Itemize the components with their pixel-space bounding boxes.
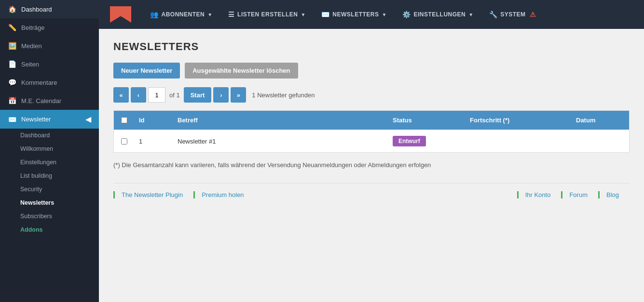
prev-page-button[interactable]: ‹ <box>131 87 146 103</box>
results-count: 1 Newsletter gefunden <box>252 92 315 99</box>
sidebar-item-label: Seiten <box>21 61 39 68</box>
sidebar-item-label: Kommentare <box>21 79 57 86</box>
row-id: 1 <box>134 132 173 151</box>
nav-listen-erstellen[interactable]: ☰ LISTEN ERSTELLEN ▼ <box>220 0 314 29</box>
medien-icon: 🖼️ <box>8 41 16 50</box>
sidebar-item-newsletter[interactable]: ✉️ Newsletter ◀ <box>0 110 99 129</box>
collapse-icon: ◀ <box>85 115 91 124</box>
bottom-right-links: Ihr Konto Forum Blog <box>517 191 630 198</box>
kommentare-icon: 💬 <box>8 78 16 87</box>
sidebar-item-dashboard[interactable]: 🏠 Dashboard <box>0 0 99 18</box>
top-navigation: 👥 ABONNENTEN ▼ ☰ LISTEN ERSTELLEN ▼ ✉️ N… <box>99 0 644 29</box>
sidebar-item-label: M.E. Calendar <box>21 97 61 105</box>
newsletter-icon: ✉️ <box>8 115 16 124</box>
sidebar-item-kommentare[interactable]: 💬 Kommentare <box>0 73 99 92</box>
chevron-down-icon: ▼ <box>301 12 305 17</box>
select-all-checkbox[interactable] <box>121 117 127 123</box>
th-checkbox <box>114 111 134 129</box>
logo-shape <box>110 6 131 23</box>
page-number-input[interactable] <box>148 87 165 103</box>
next-page-button[interactable]: › <box>213 87 229 103</box>
th-id: Id <box>134 111 173 130</box>
main-area: 👥 ABONNENTEN ▼ ☰ LISTEN ERSTELLEN ▼ ✉️ N… <box>99 0 644 302</box>
nav-einstellungen[interactable]: ⚙️ EINSTELLUNGEN ▼ <box>395 0 481 29</box>
content-area: NEWSLETTERS Neuer Newsletter Ausgewählte… <box>99 29 644 302</box>
page-title: NEWSLETTERS <box>113 40 630 53</box>
sidebar-item-label: Newsletter <box>21 116 51 123</box>
content-inner: NEWSLETTERS Neuer Newsletter Ausgewählte… <box>99 29 644 218</box>
row-datum <box>571 135 629 147</box>
forum-link[interactable]: Forum <box>561 191 594 198</box>
calendar-icon: 📅 <box>8 96 16 105</box>
sidebar-item-me-calendar[interactable]: 📅 M.E. Calendar <box>0 92 99 110</box>
sidebar-sub-security[interactable]: Security <box>0 183 99 196</box>
dashboard-icon: 🏠 <box>8 5 16 13</box>
row-checkbox[interactable] <box>121 138 127 144</box>
settings-icon: ⚙️ <box>402 11 411 18</box>
sidebar-item-beitraege[interactable]: ✏️ Beiträge <box>0 18 99 37</box>
pagination-bar: « ‹ of 1 Start › » 1 Newsletter gefunden <box>113 87 630 103</box>
sidebar-sub-willkommen[interactable]: Willkommen <box>0 142 99 156</box>
nav-label: EINSTELLUNGEN <box>413 11 466 18</box>
last-page-button[interactable]: » <box>231 87 246 103</box>
footer-note: (*) Die Gesamtanzahl kann variieren, fal… <box>113 161 630 169</box>
sidebar-sub-addons[interactable]: Addons <box>0 223 99 236</box>
nav-abonnenten[interactable]: 👥 ABONNENTEN ▼ <box>142 0 220 29</box>
nav-label: LISTEN ERSTELLEN <box>237 11 298 18</box>
row-betreff: Newsletter #1 <box>173 132 388 151</box>
page-of-label: of 1 <box>167 92 182 99</box>
th-status: Status <box>388 111 465 130</box>
action-buttons: Neuer Newsletter Ausgewählte Newsletter … <box>113 63 630 79</box>
newsletters-nav-icon: ✉️ <box>321 11 330 18</box>
nav-label: SYSTEM <box>500 11 525 18</box>
premium-holen-link[interactable]: Premium holen <box>193 191 250 198</box>
th-fortschritt: Fortschritt (*) <box>465 111 571 130</box>
table-header-row: Id Betreff Status Fortschritt (*) Datum <box>114 111 629 130</box>
table-row: 1 Newsletter #1 Entwurf <box>114 130 629 152</box>
seiten-icon: 📄 <box>8 60 16 68</box>
new-newsletter-button[interactable]: Neuer Newsletter <box>113 63 180 79</box>
th-datum: Datum <box>571 111 629 130</box>
ihr-konto-link[interactable]: Ihr Konto <box>517 191 558 198</box>
sidebar-sub-subscribers[interactable]: Subscribers <box>0 210 99 223</box>
sidebar-item-label: Medien <box>21 42 42 50</box>
blog-link[interactable]: Blog <box>598 191 626 198</box>
sidebar-item-seiten[interactable]: 📄 Seiten <box>0 55 99 73</box>
bottom-links: The Newsletter Plugin Premium holen Ihr … <box>113 183 630 206</box>
system-icon: 🔧 <box>489 11 498 18</box>
status-badge: Entwurf <box>393 136 426 146</box>
sidebar-sub-newsletters[interactable]: Newsletters <box>0 196 99 210</box>
nav-system[interactable]: 🔧 SYSTEM ⚠ <box>481 0 544 29</box>
sidebar-sub-dashboard[interactable]: Dashboard <box>0 129 99 142</box>
start-button[interactable]: Start <box>184 87 212 103</box>
row-status: Entwurf <box>388 130 465 152</box>
nav-label: NEWSLETTERS <box>332 11 379 18</box>
sidebar-item-label: Dashboard <box>21 6 52 13</box>
beitraege-icon: ✏️ <box>8 23 16 32</box>
th-betreff: Betreff <box>173 111 388 130</box>
sidebar-item-medien[interactable]: 🖼️ Medien <box>0 37 99 55</box>
newsletters-table: Id Betreff Status Fortschritt (*) Datum … <box>113 110 630 153</box>
chevron-down-icon: ▼ <box>468 12 473 17</box>
nav-label: ABONNENTEN <box>162 11 205 18</box>
sidebar-sub-list-building[interactable]: List building <box>0 169 99 183</box>
sidebar-sub-einstellungen[interactable]: Einstellungen <box>0 156 99 169</box>
listen-icon: ☰ <box>228 11 235 18</box>
sidebar: 🏠 Dashboard ✏️ Beiträge 🖼️ Medien 📄 Seit… <box>0 0 99 302</box>
row-fortschritt <box>465 135 571 147</box>
row-checkbox-cell <box>114 132 134 150</box>
first-page-button[interactable]: « <box>113 87 129 103</box>
abonnenten-icon: 👥 <box>150 11 159 18</box>
chevron-down-icon: ▼ <box>382 12 387 17</box>
chevron-down-icon: ▼ <box>207 12 212 17</box>
alert-icon: ⚠ <box>530 11 536 18</box>
delete-newsletters-button[interactable]: Ausgewählte Newsletter löschen <box>185 63 298 79</box>
nav-newsletters[interactable]: ✉️ NEWSLETTERS ▼ <box>314 0 395 29</box>
sidebar-item-label: Beiträge <box>21 24 44 31</box>
logo <box>109 5 133 24</box>
the-newsletter-plugin-link[interactable]: The Newsletter Plugin <box>113 191 190 198</box>
